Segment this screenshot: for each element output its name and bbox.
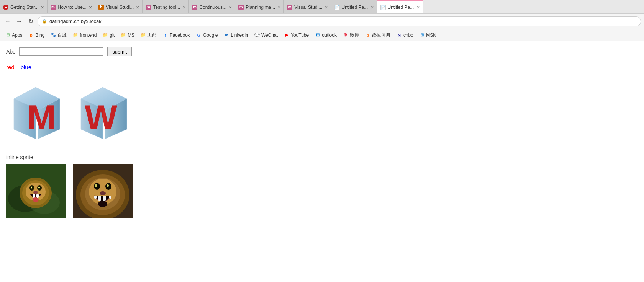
bookmark-biyingcidian[interactable]: b 必应词典 [362,31,393,39]
outlook-icon: ⊞ [315,33,320,38]
cnbc-icon: N [397,33,402,38]
bookmark-cnbc[interactable]: N cnbc [394,31,416,39]
forward-button[interactable]: → [15,17,24,26]
tab-close-6[interactable]: × [275,4,280,10]
tab-close-7[interactable]: × [322,4,328,10]
biyingcidian-icon: b [365,33,370,38]
bookmark-youtube-label: YouTube [291,33,309,38]
tab-close-5[interactable]: × [226,4,232,10]
bookmark-msn[interactable]: ⊞ MSN [416,31,439,39]
tab-close-1[interactable]: × [38,4,44,10]
tab-close-8[interactable]: × [368,4,374,10]
folder-ms-icon: 📁 [121,33,126,38]
svg-text:W: W [85,98,117,137]
tab-continuous[interactable]: m Continuous... × [189,0,235,14]
bookmark-frontend[interactable]: 📁 frontend [70,31,99,39]
tab-label-4: Testing tool... [153,5,180,10]
back-button[interactable]: ← [3,17,12,26]
m-cube-image: M [6,80,66,143]
bookmark-msn-label: MSN [426,33,436,38]
form-label: Abc [6,49,15,55]
tab-favicon-4: m [146,5,151,10]
tab-favicon-8: 📄 [334,5,340,10]
bookmark-weibo[interactable]: 微 微博 [340,31,362,39]
tab-label-5: Continuous... [199,5,226,10]
bookmark-ms-label: MS [128,33,134,38]
bookmark-baidu[interactable]: 🐾 百度 [48,31,69,39]
lion-image-row [6,164,638,218]
address-bar[interactable]: 🔒 datingadm.cn.byx.local/ [38,16,641,26]
tab-visual-studio-1[interactable]: b Visual Studi... × [95,0,143,14]
baidu-icon: 🐾 [51,33,56,38]
bookmark-bing[interactable]: b Bing [26,31,47,39]
bookmark-outlook[interactable]: ⊞ outlook [312,31,339,39]
tab-testing[interactable]: m Testing tool... × [143,0,189,14]
w-cube-image: W [73,80,133,143]
bookmark-apps-label: Apps [12,33,22,38]
tab-planning[interactable]: m Planning ma... × [235,0,284,14]
tab-getting-started[interactable]: ● Getting Star... × [0,0,48,14]
bookmark-linkedin[interactable]: in LinkedIn [221,31,251,39]
tab-close-4[interactable]: × [180,4,185,10]
bookmark-outlook-label: outlook [322,33,337,38]
tab-bar: ● Getting Star... × m How to: Use... × b… [0,0,644,14]
bookmark-wechat[interactable]: 💬 WeChat [252,31,280,39]
bookmark-weibo-label: 微博 [350,32,359,38]
tab-favicon-9: 📄 [380,5,386,10]
lion-svg-1 [6,164,66,218]
lion-image-1 [6,164,66,218]
url-text: datingadm.cn.byx.local/ [49,18,102,24]
bookmark-bing-label: Bing [35,33,44,38]
tab-untitled-2[interactable]: 📄 Untitled Pa... × [377,0,423,14]
tab-visual-studio-2[interactable]: m Visual Studi... × [284,0,331,14]
tab-untitled-1[interactable]: 📄 Untitled Pa... × [331,0,377,14]
svg-point-17 [38,187,40,189]
tab-close-3[interactable]: × [134,4,139,10]
svg-rect-34 [94,196,97,199]
refresh-button[interactable]: ↻ [26,17,35,26]
svg-point-30 [107,184,109,187]
inline-sprite-label: inline sprite [6,154,638,160]
form-row: Abc submit [6,47,638,56]
svg-point-31 [100,191,106,195]
form-text-input[interactable] [19,47,103,56]
bookmark-apps[interactable]: ⊞ Apps [2,31,25,39]
bookmark-ms[interactable]: 📁 MS [118,31,137,39]
msn-icon: ⊞ [419,33,424,38]
svg-text:M: M [27,98,56,137]
bookmark-google[interactable]: G Google [193,31,221,39]
tab-favicon-6: m [238,5,244,10]
tab-label-1: Getting Star... [10,5,38,10]
bookmark-facebook[interactable]: f Facebook [160,31,193,39]
tab-label-8: Untitled Pa... [342,5,368,10]
bookmark-frontend-label: frontend [80,33,97,38]
svg-point-21 [33,197,39,202]
svg-rect-35 [109,196,111,199]
tab-label-7: Visual Studi... [294,5,322,10]
tab-favicon-5: m [192,5,197,10]
bookmark-wechat-label: WeChat [261,33,278,38]
weibo-icon: 微 [343,33,348,38]
svg-point-36 [98,201,107,207]
lock-icon: 🔒 [42,19,47,24]
page-content: Abc submit red blue [0,41,644,223]
google-icon: G [196,33,202,38]
tab-close-2[interactable]: × [87,4,92,10]
tab-label-9: Untitled Pa... [388,5,414,10]
bookmark-google-label: Google [203,33,218,38]
bookmark-youtube[interactable]: ▶ YouTube [281,31,311,39]
blue-link[interactable]: blue [21,64,31,70]
red-link[interactable]: red [6,64,15,70]
bookmark-git[interactable]: 📁 git [100,31,117,39]
svg-point-18 [33,191,38,194]
bookmark-cnbc-label: cnbc [403,33,413,38]
folder-frontend-icon: 📁 [73,33,78,38]
svg-rect-20 [36,194,39,198]
submit-button[interactable]: submit [107,47,132,56]
bookmark-linkedin-label: LinkedIn [231,33,248,38]
tab-label-6: Planning ma... [246,5,275,10]
tab-howto[interactable]: m How to: Use... × [48,0,96,14]
color-links: red blue [6,64,638,70]
tab-close-9[interactable]: × [414,4,420,10]
bookmark-gongshang[interactable]: 📁 工商 [138,31,159,39]
